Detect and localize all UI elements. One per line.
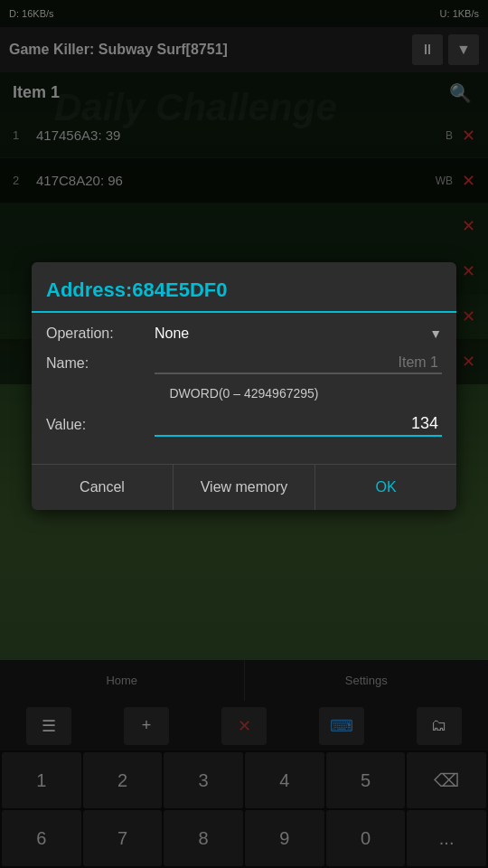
operation-row: Operation: None ▼ xyxy=(46,326,442,342)
dword-row: DWORD(0 – 4294967295) xyxy=(46,385,442,401)
dialog-overlay: Address:684E5DF0 Operation: None ▼ Name:… xyxy=(0,0,488,868)
cancel-button[interactable]: Cancel xyxy=(32,465,174,510)
dialog-buttons: Cancel View memory OK xyxy=(32,464,456,510)
operation-dropdown[interactable]: None ▼ xyxy=(155,326,442,342)
dialog-body: Operation: None ▼ Name: DWORD(0 – 429496… xyxy=(32,313,456,464)
name-input[interactable] xyxy=(155,353,442,374)
dropdown-arrow-icon: ▼ xyxy=(429,326,442,341)
value-row: Value: xyxy=(46,412,442,437)
name-label: Name: xyxy=(46,355,155,372)
name-row: Name: xyxy=(46,353,442,374)
operation-label: Operation: xyxy=(46,326,155,342)
operation-value: None xyxy=(155,326,429,342)
view-memory-button[interactable]: View memory xyxy=(174,465,315,510)
dword-text: DWORD(0 – 4294967295) xyxy=(170,386,319,401)
dialog-address: Address:684E5DF0 xyxy=(32,262,456,313)
value-input[interactable] xyxy=(155,412,442,437)
ok-button[interactable]: OK xyxy=(315,465,456,510)
value-label: Value: xyxy=(46,417,155,433)
dialog: Address:684E5DF0 Operation: None ▼ Name:… xyxy=(32,262,456,510)
